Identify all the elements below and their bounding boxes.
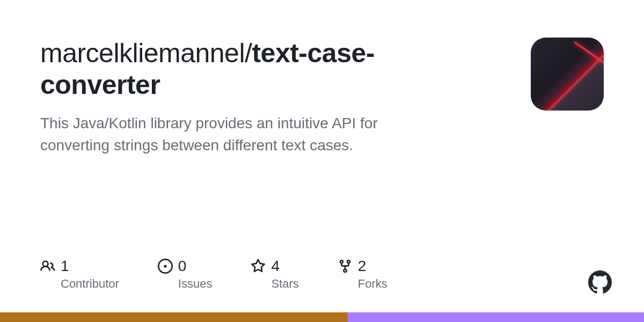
slash: /	[245, 38, 252, 68]
contributors-count: 1	[61, 258, 69, 275]
header-row: marcelkliemannel/text-case-converter Thi…	[40, 38, 604, 156]
issues-label: Issues	[178, 277, 213, 291]
stars-label: Stars	[271, 277, 298, 291]
title-block: marcelkliemannel/text-case-converter Thi…	[40, 38, 427, 156]
forks-count: 2	[358, 258, 367, 275]
github-logo-icon[interactable]	[588, 270, 612, 294]
star-icon	[251, 259, 266, 274]
avatar[interactable]	[531, 38, 604, 111]
repo-owner: marcelkliemannel	[40, 38, 245, 68]
repo-description: This Java/Kotlin library provides an int…	[40, 113, 427, 156]
contributors-label: Contributor	[61, 277, 119, 291]
stat-issues[interactable]: 0 Issues	[158, 258, 213, 291]
repo-card: marcelkliemannel/text-case-converter Thi…	[0, 0, 644, 322]
language-segment	[0, 312, 348, 322]
stats-row: 1 Contributor 0 Issues 4 Stars 2 Forks	[40, 258, 387, 291]
repo-title[interactable]: marcelkliemannel/text-case-converter	[40, 38, 427, 101]
stat-contributors[interactable]: 1 Contributor	[40, 258, 119, 291]
people-icon	[40, 259, 55, 274]
forks-label: Forks	[358, 277, 387, 291]
stat-stars[interactable]: 4 Stars	[251, 258, 298, 291]
language-segment	[348, 312, 644, 322]
issues-count: 0	[178, 258, 187, 275]
fork-icon	[338, 259, 353, 274]
language-bar	[0, 312, 644, 322]
issue-icon	[158, 259, 173, 274]
stars-count: 4	[271, 258, 280, 275]
stat-forks[interactable]: 2 Forks	[338, 258, 387, 291]
